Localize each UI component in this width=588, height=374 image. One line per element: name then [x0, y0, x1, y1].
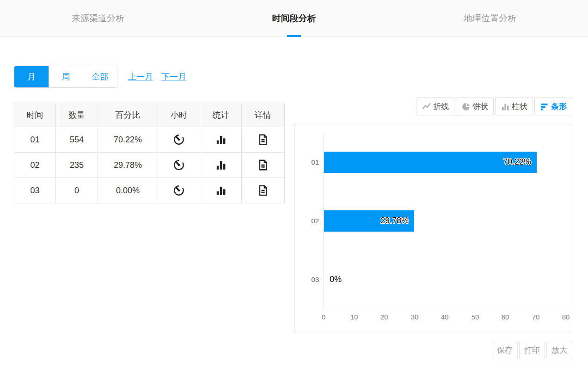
hbar-chart-icon	[540, 102, 549, 111]
cell-hour	[158, 127, 200, 153]
header-time: 时间	[14, 103, 56, 127]
cell-stats	[200, 153, 242, 178]
print-button[interactable]: 打印	[519, 341, 545, 359]
tab-label: 来源渠道分析	[72, 12, 124, 25]
button-label: 饼状	[472, 101, 488, 112]
line-chart-icon	[422, 102, 431, 111]
value-label: 70.22%	[324, 157, 531, 167]
cell-hour	[158, 178, 200, 203]
month-nav-links: 上一月 下一月	[128, 71, 186, 82]
button-label: 折线	[433, 101, 449, 112]
cell-percent: 29.78%	[98, 153, 158, 178]
hbar-chart-button[interactable]: 条形	[534, 97, 572, 116]
cell-time: 02	[14, 153, 56, 178]
save-button[interactable]: 保存	[492, 341, 518, 359]
cell-time: 03	[14, 178, 56, 203]
x-axis-tick-label: 30	[411, 313, 419, 321]
header-detail: 详情	[242, 103, 285, 127]
column-chart-icon	[501, 102, 510, 111]
table-row: 01 554 70.22%	[14, 127, 285, 153]
cell-count: 554	[56, 127, 98, 153]
tab-time-period[interactable]: 时间段分析	[196, 0, 392, 37]
column-chart-button[interactable]: 柱状	[495, 97, 533, 116]
x-axis-tick-label: 70	[532, 313, 540, 321]
line-chart-button[interactable]: 折线	[416, 97, 454, 116]
chart-action-buttons: 保存 打印 放大	[294, 341, 572, 359]
period-week-button[interactable]: 周	[49, 66, 83, 87]
active-tab-indicator	[287, 35, 301, 37]
cell-detail	[242, 127, 285, 153]
timer-icon[interactable]	[173, 185, 185, 195]
period-all-button[interactable]: 全部	[83, 66, 117, 87]
timer-icon[interactable]	[173, 160, 185, 169]
value-label: 29.78%	[324, 216, 409, 226]
button-label: 柱状	[512, 101, 527, 112]
x-axis-tick-label: 0	[322, 313, 325, 321]
time-period-table: 时间 数量 百分比 小时 统计 详情 01 554 70.22%	[14, 103, 285, 203]
x-axis-line	[324, 309, 569, 309]
tab-source-channel[interactable]: 来源渠道分析	[0, 0, 196, 37]
table-row: 03 0 0.00%	[14, 178, 285, 203]
document-icon[interactable]	[257, 185, 269, 195]
value-label: 0%	[330, 275, 342, 284]
tab-geo-location[interactable]: 地理位置分析	[392, 0, 588, 37]
table-header-row: 时间 数量 百分比 小时 统计 详情	[14, 103, 285, 127]
x-axis-tick-label: 50	[472, 313, 479, 321]
category-label: 01	[299, 158, 319, 166]
cell-stats	[200, 127, 242, 153]
header-stats: 统计	[200, 103, 242, 127]
cell-count: 235	[56, 153, 98, 178]
bar-chart-panel: 0170.22%0229.78%030%01020304050607080	[294, 124, 572, 332]
cell-hour	[158, 153, 200, 178]
period-toggle-group: 月 周 全部	[14, 66, 117, 88]
bar-chart-icon[interactable]	[215, 135, 227, 144]
pie-chart-icon	[461, 102, 471, 111]
x-axis-tick-label: 60	[502, 313, 509, 321]
chart-type-toolbar: 折线 饼状 柱状 条形	[294, 97, 572, 116]
cell-percent: 0.00%	[98, 178, 158, 203]
cell-time: 01	[14, 127, 56, 153]
tabbar: 来源渠道分析 时间段分析 地理位置分析	[0, 0, 588, 37]
x-axis-tick-label: 20	[380, 313, 388, 321]
cell-detail	[242, 178, 285, 203]
x-axis-tick-label: 40	[441, 313, 449, 321]
header-percent: 百分比	[98, 103, 158, 127]
button-label: 条形	[551, 101, 567, 112]
tab-label: 地理位置分析	[464, 12, 516, 25]
table-row: 02 235 29.78%	[14, 153, 285, 178]
cell-count: 0	[56, 178, 98, 203]
prev-month-link[interactable]: 上一月	[128, 71, 153, 82]
header-hour: 小时	[158, 103, 200, 127]
category-label: 02	[299, 217, 319, 225]
cell-detail	[242, 153, 285, 178]
timer-icon[interactable]	[173, 135, 185, 144]
period-month-button[interactable]: 月	[14, 66, 49, 87]
cell-stats	[200, 178, 242, 203]
header-count: 数量	[56, 103, 98, 127]
bar-chart-icon[interactable]	[215, 160, 227, 169]
next-month-link[interactable]: 下一月	[161, 71, 186, 82]
document-icon[interactable]	[257, 135, 269, 144]
zoom-in-button[interactable]: 放大	[546, 341, 572, 359]
document-icon[interactable]	[257, 160, 269, 169]
x-axis-tick-label: 10	[350, 313, 358, 321]
cell-percent: 70.22%	[98, 127, 158, 153]
pie-chart-button[interactable]: 饼状	[456, 97, 494, 116]
category-label: 03	[299, 276, 319, 283]
bar-chart-icon[interactable]	[215, 185, 227, 195]
tab-label: 时间段分析	[272, 12, 316, 25]
x-axis-tick-label: 80	[562, 313, 570, 321]
